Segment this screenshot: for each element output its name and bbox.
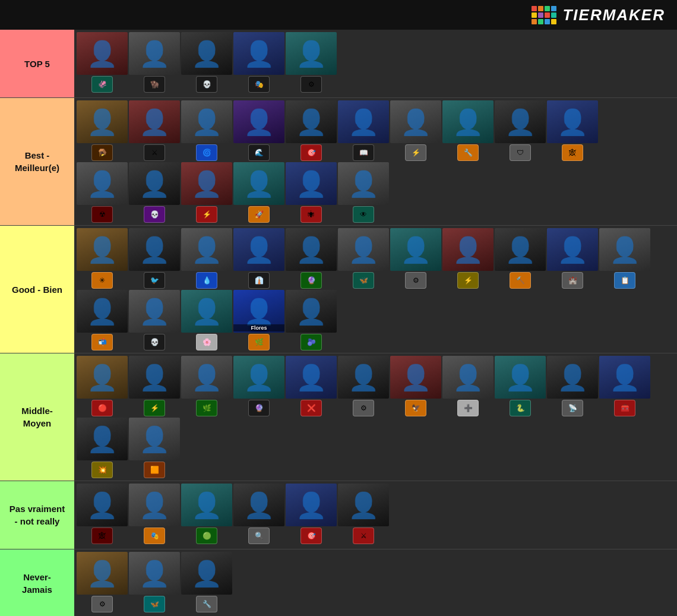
operator-icon-badge: 🌊 bbox=[248, 144, 270, 161]
operator-card[interactable]: 👤📡 bbox=[547, 356, 598, 416]
tier-label-top5: TOP 5 bbox=[0, 30, 74, 97]
tier-label-best: Best - Meilleur(e) bbox=[0, 98, 74, 225]
tier-row-best: Best - Meilleur(e)👤🪤👤⚔👤🌀👤🌊👤🎯👤📖👤⚡👤🔧👤🛡👤🕸👤☢… bbox=[0, 98, 677, 226]
operator-card[interactable]: 👤🕸 bbox=[77, 484, 128, 544]
header: TiERMAKER bbox=[0, 0, 677, 30]
operator-card[interactable]: 👤🪤 bbox=[77, 100, 128, 161]
operator-icon-badge: ❌ bbox=[300, 400, 322, 416]
operator-card[interactable]: 👤🦋 bbox=[338, 228, 389, 289]
operator-card[interactable]: 👤🏰 bbox=[547, 228, 598, 289]
operator-card[interactable]: 👤🦬 bbox=[129, 32, 180, 93]
operator-portrait: 👤 bbox=[442, 356, 493, 399]
operator-card[interactable]: 👤⚡ bbox=[181, 162, 232, 223]
operator-card[interactable]: 👤🟢 bbox=[181, 484, 232, 544]
ops-row-2-1: 👤📬👤💀👤🌸👤Flores🌿👤🫐 bbox=[77, 290, 675, 350]
operator-card[interactable]: 👤🌸 bbox=[181, 290, 232, 350]
operator-card[interactable]: 👤🎭 bbox=[129, 484, 180, 544]
operator-card[interactable]: 👤⚡ bbox=[129, 356, 180, 416]
operator-card[interactable]: 👤💀 bbox=[181, 32, 232, 93]
operator-portrait: 👤 bbox=[547, 356, 598, 399]
operator-card[interactable]: 👤🔮 bbox=[286, 228, 337, 289]
operator-card[interactable]: 👤🔧 bbox=[442, 100, 493, 161]
operator-card[interactable]: 👤Flores🌿 bbox=[233, 290, 284, 350]
operator-card[interactable]: 👤💀 bbox=[129, 162, 180, 223]
operator-card[interactable]: 👤🧰 bbox=[599, 356, 650, 416]
operator-card[interactable]: 👤🔍 bbox=[233, 484, 284, 544]
operator-icon-badge: 🔮 bbox=[248, 400, 270, 416]
operator-card[interactable]: 👤💀 bbox=[129, 290, 180, 350]
operator-icon-badge: 🦬 bbox=[144, 76, 165, 93]
logo-cell bbox=[551, 6, 556, 11]
operator-card[interactable]: 👤🎯 bbox=[286, 484, 337, 544]
operator-card[interactable]: 👤🛡 bbox=[495, 100, 546, 161]
operator-card[interactable]: 👤📖 bbox=[338, 100, 389, 161]
operator-portrait: 👤 bbox=[286, 100, 337, 143]
operator-icon-badge: 🔮 bbox=[300, 272, 322, 289]
tier-ops-top5: 👤🦑👤🦬👤💀👤🎭👤⚙ bbox=[74, 30, 677, 97]
operator-card[interactable]: 👤➕ bbox=[442, 356, 493, 416]
ops-row-5-0: 👤⚙👤🦋👤🔧 bbox=[77, 552, 675, 612]
operator-card[interactable]: 👤📬 bbox=[77, 290, 128, 350]
operator-card[interactable]: 👤🟧 bbox=[129, 418, 180, 478]
operator-card[interactable]: 👤⚙ bbox=[77, 552, 128, 612]
operator-card[interactable]: 👤⚡ bbox=[390, 100, 441, 161]
operator-portrait: 👤 bbox=[77, 162, 128, 205]
operator-card[interactable]: 👤🦋 bbox=[129, 552, 180, 612]
operator-card[interactable]: 👤🌀 bbox=[181, 100, 232, 161]
operator-portrait: 👤 bbox=[286, 484, 337, 526]
operator-card[interactable]: 👤⚔ bbox=[129, 100, 180, 161]
operator-card[interactable]: 👤🕸 bbox=[547, 100, 598, 161]
operator-portrait: 👤 bbox=[129, 484, 180, 526]
app-container: TiERMAKER TOP 5👤🦑👤🦬👤💀👤🎭👤⚙Best - Meilleur… bbox=[0, 0, 677, 616]
operator-portrait: 👤 bbox=[390, 228, 441, 271]
tier-row-top5: TOP 5👤🦑👤🦬👤💀👤🎭👤⚙ bbox=[0, 30, 677, 98]
operator-icon-badge: 🌿 bbox=[248, 334, 270, 350]
operator-card[interactable]: 👤💧 bbox=[181, 228, 232, 289]
operator-card[interactable]: 👤☢ bbox=[77, 162, 128, 223]
operator-portrait: 👤 bbox=[77, 290, 128, 333]
operator-card[interactable]: 👤🔧 bbox=[181, 552, 232, 612]
operator-portrait: 👤 bbox=[338, 100, 389, 143]
operator-card[interactable]: 👤🐦 bbox=[129, 228, 180, 289]
operator-card[interactable]: 👤✳ bbox=[77, 228, 128, 289]
operator-card[interactable]: 👤👔 bbox=[233, 228, 284, 289]
operator-card[interactable]: 👤🔴 bbox=[77, 356, 128, 416]
operator-card[interactable]: 👤⚙ bbox=[338, 356, 389, 416]
operator-card[interactable]: 👤🚀 bbox=[233, 162, 284, 223]
operator-card[interactable]: 👤🦅 bbox=[390, 356, 441, 416]
operator-card[interactable]: 👤🔨 bbox=[495, 228, 546, 289]
operator-card[interactable]: 👤🌊 bbox=[233, 100, 284, 161]
operator-card[interactable]: 👤🎯 bbox=[286, 100, 337, 161]
logo-cell bbox=[532, 19, 537, 24]
operator-card[interactable]: 👤🐍 bbox=[495, 356, 546, 416]
operator-card[interactable]: 👤❌ bbox=[286, 356, 337, 416]
operator-portrait: 👤 bbox=[77, 418, 128, 460]
operator-portrait: 👤 bbox=[495, 228, 546, 271]
operator-card[interactable]: 👤🫐 bbox=[286, 290, 337, 350]
operator-card[interactable]: 👤🕷 bbox=[286, 162, 337, 223]
operator-card[interactable]: 👤⚙ bbox=[286, 32, 337, 93]
operator-portrait: 👤 bbox=[77, 356, 128, 399]
tier-ops-middle: 👤🔴👤⚡👤🌿👤🔮👤❌👤⚙👤🦅👤➕👤🐍👤📡👤🧰👤💥👤🟧 bbox=[74, 353, 677, 481]
operator-icon-badge: 🪤 bbox=[91, 144, 113, 161]
operator-card[interactable]: 👤🦑 bbox=[77, 32, 128, 93]
operator-card[interactable]: 👤💥 bbox=[77, 418, 128, 478]
operator-icon-badge: ⚙ bbox=[353, 400, 374, 416]
operator-icon-badge: 🐦 bbox=[144, 272, 165, 289]
operator-portrait: 👤 bbox=[442, 228, 493, 271]
operator-card[interactable]: 👤📋 bbox=[599, 228, 650, 289]
operator-card[interactable]: 👤⚡ bbox=[442, 228, 493, 289]
operator-card[interactable]: 👤👁 bbox=[338, 162, 389, 223]
operator-card[interactable]: 👤🔮 bbox=[233, 356, 284, 416]
operator-card[interactable]: 👤🌿 bbox=[181, 356, 232, 416]
operator-icon-badge: ✳ bbox=[91, 272, 113, 289]
operator-portrait: 👤 bbox=[547, 228, 598, 271]
tier-row-never: Never- Jamais👤⚙👤🦋👤🔧 bbox=[0, 549, 677, 616]
operator-portrait: 👤 bbox=[129, 162, 180, 205]
operator-icon-badge: 🧰 bbox=[614, 400, 635, 416]
operator-portrait: 👤 bbox=[286, 356, 337, 399]
operator-card[interactable]: 👤⚙ bbox=[390, 228, 441, 289]
operator-card[interactable]: 👤⚔ bbox=[338, 484, 389, 544]
operator-card[interactable]: 👤🎭 bbox=[233, 32, 284, 93]
operator-icon-badge: 🔴 bbox=[91, 400, 113, 416]
